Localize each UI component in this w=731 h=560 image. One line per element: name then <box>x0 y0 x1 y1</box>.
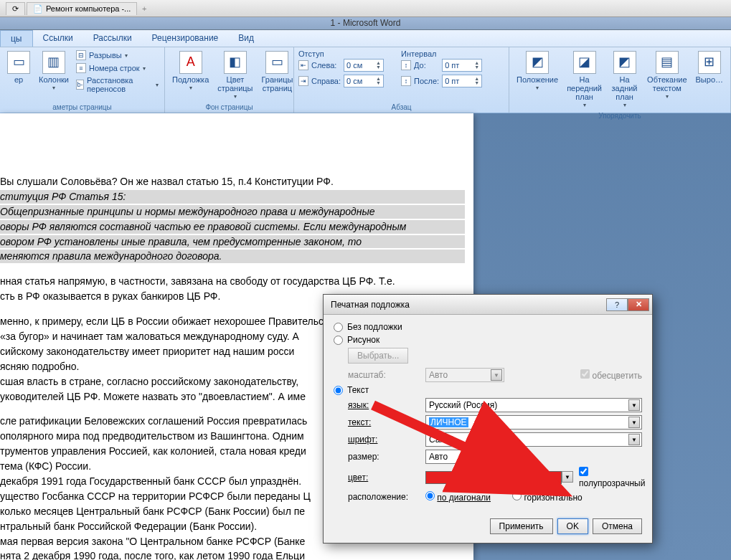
browser-tab-2[interactable]: 📄Ремонт компьютера -... <box>27 2 137 15</box>
ribbon-tab-mailings[interactable]: Рассылки <box>83 30 142 47</box>
layout-label: расположение: <box>348 492 420 502</box>
text-select[interactable]: ЛИЧНОЕ▼ <box>425 415 642 430</box>
doc-line: Общепризнанные принципы и нормы междунар… <box>0 205 465 219</box>
send-back-button[interactable]: ◩На задний план▾ <box>608 49 641 110</box>
radio-text[interactable] <box>334 386 343 395</box>
browser-tab-strip: ⟳ 📄Ремонт компьютера -... + <box>0 0 731 17</box>
help-button[interactable]: ? <box>606 298 628 311</box>
indent-right-label: Справа: <box>311 77 341 85</box>
ribbon-tab-review[interactable]: Рецензирование <box>142 30 229 47</box>
group-paragraph: Абзац <box>298 102 504 111</box>
indent-title: Отступ <box>298 49 387 58</box>
favicon-icon: 📄 <box>33 4 43 14</box>
scale-select: Авто▼ <box>425 368 504 382</box>
indent-left-icon: ⇤ <box>298 60 308 70</box>
scale-label: масштаб: <box>348 370 420 380</box>
app-title-bar: 1 - Microsoft Word <box>0 17 731 30</box>
ok-button[interactable]: OK <box>557 518 588 534</box>
hyphenation-button[interactable]: b-Расстановка переносов▾ <box>75 75 160 94</box>
radio-no-watermark[interactable] <box>334 323 343 332</box>
ribbon-tab-strip: цы Ссылки Рассылки Рецензирование Вид <box>0 30 731 47</box>
columns-button[interactable]: ▥Колонки▾ <box>36 49 72 93</box>
group-page-background: Фон страницы <box>169 102 289 111</box>
line-numbers-button[interactable]: ≡Номера строк▾ <box>75 62 160 74</box>
ribbon: ▭ер ▥Колонки▾ ⊟Разрывы▾ ≡Номера строк▾ b… <box>0 47 731 113</box>
ribbon-btn-1[interactable]: ▭ер <box>4 49 33 85</box>
group-arrange: Упорядочить <box>514 110 726 120</box>
watermark-button[interactable]: AПодложка▾ <box>169 49 212 93</box>
spacing-before-input[interactable]: 0 пт▲▼ <box>442 59 482 72</box>
spacing-before-label: До: <box>414 61 439 70</box>
apply-button[interactable]: Применить <box>490 518 553 534</box>
label-no-watermark: Без подложки <box>347 322 402 332</box>
dialog-title-text: Печатная подложка <box>331 300 410 310</box>
spacing-after-label: После: <box>414 77 439 85</box>
new-tab-button[interactable]: + <box>138 4 150 13</box>
label-text: Текст <box>347 385 369 395</box>
page-color-button[interactable]: ◧Цвет страницы▾ <box>214 49 255 102</box>
group-page-setup: аметры страницы <box>4 102 160 111</box>
position-button[interactable]: ◩Положение▾ <box>514 49 561 93</box>
size-select[interactable]: Авто▼ <box>425 450 504 464</box>
text-label: текст: <box>348 417 420 427</box>
color-label: цвет: <box>348 473 420 483</box>
indent-left-input[interactable]: 0 см▲▼ <box>344 59 384 72</box>
browser-tab-1[interactable]: ⟳ <box>6 2 25 15</box>
doc-line: ституция РФ Статья 15: <box>0 190 465 204</box>
doc-line: Вы слушали Соловьёва? Он же назвал стать… <box>0 175 465 189</box>
spacing-title: Интервал <box>401 49 485 58</box>
doc-line: нная статья напрямую, в частности, завяз… <box>0 275 465 288</box>
color-swatch[interactable] <box>425 471 562 484</box>
spacing-after-input[interactable]: 0 пт▲▼ <box>442 75 482 87</box>
spacing-after-icon: ↕ <box>401 76 411 86</box>
radio-picture[interactable] <box>334 336 343 345</box>
indent-right-input[interactable]: 0 см▲▼ <box>344 75 384 87</box>
close-button[interactable]: ✕ <box>628 298 649 311</box>
cancel-button[interactable]: Отмена <box>593 518 642 534</box>
watermark-dialog: Печатная подложка ? ✕ Без подложки Рисун… <box>323 294 653 544</box>
doc-line: меняются правила международного договора… <box>0 250 465 263</box>
align-button[interactable]: ⊞Выро… <box>693 49 726 85</box>
size-label: размер: <box>348 452 420 462</box>
indent-right-icon: ⇥ <box>298 76 308 86</box>
language-select[interactable]: Русский (Россия)▼ <box>425 398 642 412</box>
text-wrap-button[interactable]: ▤Обтекание текстом▾ <box>644 49 689 102</box>
semitransparent-checkbox[interactable]: полупрозрачный <box>579 467 645 488</box>
bring-front-button[interactable]: ◪На передний план▾ <box>564 49 605 110</box>
color-dropdown[interactable]: ▼ <box>562 471 573 483</box>
breaks-button[interactable]: ⊟Разрывы▾ <box>75 49 160 61</box>
radio-diagonal[interactable]: по диагонали <box>425 491 491 503</box>
ribbon-tab-links[interactable]: Ссылки <box>33 30 83 47</box>
doc-line: нята 2 декабря 1990 года, после того, ка… <box>0 549 465 560</box>
dialog-titlebar[interactable]: Печатная подложка ? ✕ <box>324 295 652 315</box>
indent-left-label: Слева: <box>311 61 341 70</box>
page-borders-button[interactable]: ▭Границы страниц <box>258 49 296 94</box>
language-label: язык: <box>348 400 420 410</box>
refresh-icon: ⟳ <box>12 4 19 14</box>
label-picture: Рисунок <box>347 335 379 345</box>
tab-title: Ремонт компьютера -... <box>46 4 131 13</box>
radio-horizontal[interactable]: горизонтально <box>512 491 583 503</box>
ribbon-tab-active[interactable]: цы <box>0 30 33 47</box>
ribbon-tab-view[interactable]: Вид <box>228 30 264 47</box>
select-picture-button: Выбрать... <box>348 348 408 364</box>
spacing-before-icon: ↕ <box>401 60 411 70</box>
doc-line: овором РФ установлены иные правила, чем … <box>0 235 465 249</box>
doc-line: оворы РФ являются составной частью ее пр… <box>0 220 465 234</box>
font-select[interactable]: Calibri▼ <box>425 432 642 447</box>
washout-checkbox: обесцветить <box>580 369 642 381</box>
font-label: шрифт: <box>348 435 420 445</box>
